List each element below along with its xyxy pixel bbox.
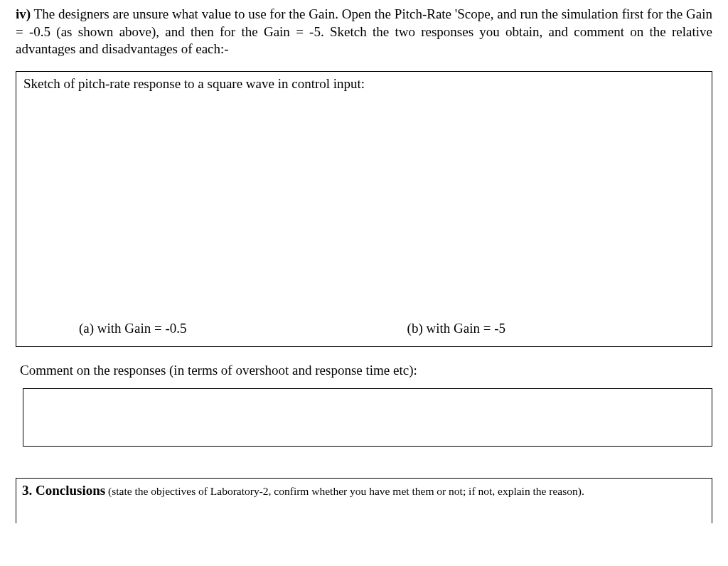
sketch-label-b: (b) with Gain = -5 (407, 321, 505, 336)
conclusions-heading: 3. Conclusions (22, 483, 105, 498)
comment-prompt: Comment on the responses (in terms of ov… (20, 363, 712, 378)
conclusions-text: 3. Conclusions (state the objectives of … (22, 483, 706, 498)
question-marker: iv) (16, 6, 31, 21)
conclusions-box: 3. Conclusions (state the objectives of … (16, 478, 712, 523)
question-body: The designers are unsure what value to u… (16, 6, 712, 56)
question-text: iv) The designers are unsure what value … (16, 6, 712, 58)
sketch-box: Sketch of pitch-rate response to a squar… (16, 71, 712, 347)
sketch-label-a: (a) with Gain = -0.5 (79, 321, 187, 336)
sketch-title: Sketch of pitch-rate response to a squar… (23, 76, 705, 92)
sketch-labels: (a) with Gain = -0.5 (b) with Gain = -5 (16, 321, 712, 336)
conclusions-paren: (state the objectives of Laboratory-2, c… (105, 485, 584, 497)
comment-box (23, 388, 712, 447)
